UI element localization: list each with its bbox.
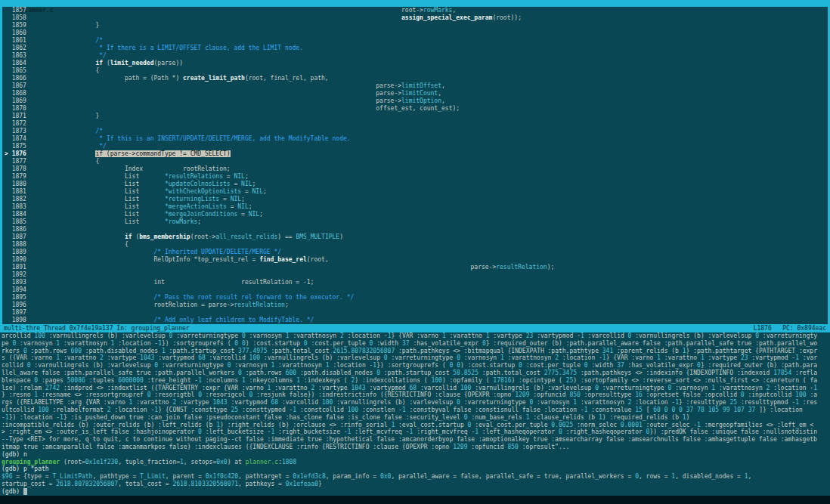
value-token: 37 [748, 407, 756, 413]
source-line: 1897 [5, 309, 828, 317]
line-number: 1873 [5, 128, 37, 135]
terminal-cursor [23, 488, 27, 495]
value-token: 1209 [453, 444, 467, 450]
value-token: 0 [628, 332, 632, 339]
code-segment: /* Inherited UPDATE/DELETE/MERGE */ [153, 249, 281, 255]
code-segment: ; [259, 211, 263, 218]
source-pane[interactable]: 1857 root->rowMarks, 1858 [0, 7, 830, 324]
source-line: 1886 [5, 226, 828, 233]
line-number: 1860 [5, 29, 37, 36]
value-token: 0 [34, 377, 38, 384]
source-line: 1862 * If there is a LIMIT/OFFSET clause… [5, 45, 828, 52]
code-segment: NIL [231, 196, 241, 203]
source-line: 1888 { [5, 241, 828, 249]
code-segment: { [125, 241, 129, 248]
value-token: 0 [635, 473, 639, 480]
code-segment: ; [245, 173, 249, 180]
code-segment: ) == [277, 233, 296, 240]
code-segment: ; [263, 188, 267, 195]
value-token: 1 [573, 399, 577, 406]
source-line: 1871 } [5, 113, 828, 120]
value-token: 1 [475, 428, 478, 435]
code-segment: create_limit_path [183, 75, 245, 82]
value-token: T_LimitPath [52, 473, 92, 480]
value-token: 600 [286, 369, 296, 376]
value-token: 0 [468, 422, 472, 428]
value-token: 37 [402, 340, 410, 347]
source-line: 1878 Index rootRelation; [5, 165, 828, 173]
value-token: 2615.807832056807 [333, 348, 395, 354]
source-line: 1885 List *rowMarks; [5, 218, 828, 226]
line-number: 1857 [5, 7, 37, 14]
value-token: 25 [231, 407, 238, 413]
code-segment: = [219, 196, 230, 203]
value-token: 0 [457, 399, 460, 406]
console-line: pe 0 :varnosyn 1 :varattnosyn 1 :locatio… [2, 340, 830, 348]
line-number: 1890 [5, 256, 37, 263]
line-number: 1871 [5, 113, 37, 119]
value-token: 0 [741, 391, 745, 398]
value-token: 99 [723, 407, 730, 413]
value-token: 0 [242, 340, 246, 347]
code-segment: NIL [252, 188, 263, 195]
code-segment: bms_membership [139, 233, 190, 240]
console-segment: p *path [23, 465, 49, 472]
source-line: 1891 parse->resultRelation); [5, 264, 828, 271]
value-token: 37 [686, 407, 694, 413]
line-number: 1875 [5, 143, 37, 150]
code-segment: *resultRelations [165, 173, 223, 180]
value-token: 0x1f0c420 [206, 473, 238, 480]
code-segment: (root-> [190, 233, 216, 240]
value-token: 0 [664, 407, 668, 413]
value-token: 37 [617, 362, 624, 369]
value-token: 0 [228, 362, 231, 369]
value-token: 1043 [351, 385, 365, 391]
code-segment: */ [99, 52, 107, 59]
source-line: 1875 */ [5, 143, 828, 150]
line-number: 1874 [5, 135, 37, 142]
value-token: 1 [180, 459, 184, 465]
value-token: 1 [657, 354, 661, 361]
value-token: 850 [569, 391, 580, 398]
value-token: 1808 [282, 459, 296, 465]
value-token: 0 [249, 391, 253, 398]
value-token: 1 [271, 428, 274, 435]
source-line: 1867 parse->limitOffset, [5, 82, 828, 90]
console-line: grouping_planner (root=0x1e1f230, tuple_… [2, 459, 830, 466]
code-segment: , [452, 7, 456, 14]
console-line: ultcollid 100 :relabelformat 2 :location… [2, 407, 830, 414]
source-line: 1866 path = (Path *) create_limit_path(r… [5, 75, 828, 82]
console-line: s ({VAR :varno 1 :varattno 2 :vartype 10… [2, 354, 830, 362]
console-line: lse) :relam 2742 :indpred <> :indextlist… [2, 385, 830, 392]
source-line: 1874 * If this is an INSERT/UPDATE/DELET… [5, 135, 828, 143]
source-line: 1894 [5, 286, 828, 294]
value-token: 1 [599, 414, 602, 421]
source-line: 1882 List *returningLists = NIL; [5, 196, 828, 203]
code-segment: *updateColnosLists [165, 181, 231, 187]
code-segment: int resultRelation = -1; [153, 279, 314, 286]
source-window-title-bar: planner.c [0, 0, 830, 7]
value-token: 1 [795, 354, 799, 361]
line-number: 1881 [5, 188, 37, 195]
gdb-console[interactable]: arcollid 100 :varnullingrels (b) :varlev… [0, 332, 830, 496]
line-number: 1887 [5, 233, 37, 240]
code-segment: /* [95, 128, 103, 135]
line-number: 1862 [5, 45, 37, 51]
source-line: 1890 RelOptInfo *top_result_rel = find_b… [5, 256, 828, 264]
line-number: 1882 [5, 196, 37, 203]
value-token: 2 [340, 332, 344, 339]
value-token: 2 [311, 385, 314, 391]
code-segment: parse-> [471, 264, 497, 271]
code-segment: List [125, 188, 165, 195]
value-token: 1 [373, 362, 376, 369]
value-token: 0x0 [380, 473, 391, 480]
value-token: 100 [795, 391, 806, 398]
value-token: 1 [271, 362, 274, 369]
value-token: 100 [38, 407, 48, 413]
value-token: 1 [348, 428, 352, 435]
file-name: planner.c [246, 459, 278, 465]
value-token: 0 [154, 362, 158, 369]
line-number: 1861 [5, 37, 37, 44]
value-token: 0 [198, 428, 202, 435]
line-number: 1879 [5, 173, 37, 180]
